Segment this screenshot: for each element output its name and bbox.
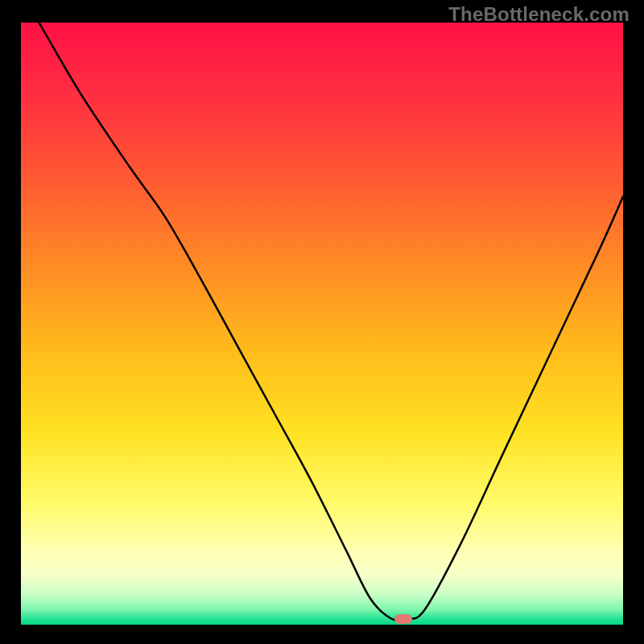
chart-stage: TheBottleneck.com (0, 0, 644, 644)
optimal-point-marker (394, 614, 412, 624)
plot-area (21, 23, 623, 622)
line-chart (21, 23, 623, 622)
plot-frame (21, 23, 623, 622)
bottleneck-curve (39, 23, 623, 621)
